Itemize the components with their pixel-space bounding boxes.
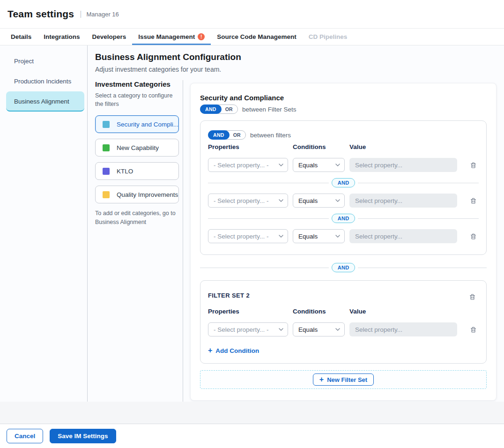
plus-icon: + xyxy=(319,376,324,383)
or-segment[interactable]: OR xyxy=(222,106,237,112)
chevron-down-icon xyxy=(279,328,283,331)
category-color-swatch xyxy=(103,191,110,198)
sidebar-item-production-incidents[interactable]: Production Incidents xyxy=(6,71,84,91)
tab-cd-pipelines: CD Pipelines xyxy=(303,29,354,45)
categories-footnote: To add or edit categories, go to Busines… xyxy=(95,209,176,227)
tab-integrations[interactable]: Integrations xyxy=(37,29,86,45)
and-joiner-pill: AND xyxy=(332,178,356,187)
cancel-button[interactable]: Cancel xyxy=(7,429,43,443)
tab-developers[interactable]: Developers xyxy=(86,29,133,45)
between-filter-sets-label: between Filter Sets xyxy=(242,106,296,113)
settings-sidenav: Project Production Incidents Business Al… xyxy=(0,45,88,402)
filter-set-2-title: FILTER SET 2 xyxy=(208,290,250,299)
category-ktlo[interactable]: KTLO xyxy=(95,162,179,180)
team-name: Manager 16 xyxy=(86,11,119,18)
and-joiner-pill: AND xyxy=(332,263,356,272)
sidebar-item-business-alignment[interactable]: Business Alignment xyxy=(6,91,84,112)
or-segment[interactable]: OR xyxy=(230,132,245,138)
investment-categories-panel: Investment Categories Select a category … xyxy=(95,80,183,402)
and-joiner-pill: AND xyxy=(332,214,356,223)
trash-icon xyxy=(469,293,476,300)
add-condition-button[interactable]: + Add Condition xyxy=(208,347,259,354)
column-header-conditions: Conditions xyxy=(293,143,345,150)
category-quality-improvements[interactable]: Quality Improvements xyxy=(95,186,179,203)
delete-filter-button[interactable] xyxy=(467,230,480,243)
category-label: KTLO xyxy=(117,168,133,175)
window-title: Team settings xyxy=(7,8,74,20)
new-filter-set-button[interactable]: + New Filter Set xyxy=(313,373,374,386)
tab-source-code-management[interactable]: Source Code Management xyxy=(211,29,303,45)
chevron-down-icon xyxy=(279,164,283,166)
column-header-value: Value xyxy=(349,308,457,315)
value-input[interactable] xyxy=(349,194,457,208)
delete-filter-button[interactable] xyxy=(467,158,480,172)
bottom-spacer-band xyxy=(0,402,504,424)
property-select[interactable]: - Select property... - xyxy=(208,158,288,172)
main-content: Business Alignment Configuration Adjust … xyxy=(88,45,504,402)
title-separator: | xyxy=(80,10,82,18)
column-header-value: Value xyxy=(349,143,457,150)
tab-bar: Details Integrations Developers Issue Ma… xyxy=(0,28,504,45)
and-segment[interactable]: AND xyxy=(208,130,230,140)
sidebar-item-project[interactable]: Project xyxy=(6,51,84,71)
tab-details[interactable]: Details xyxy=(5,29,37,45)
condition-select[interactable]: Equals xyxy=(293,194,345,208)
selected-category-title: Security and Compliance xyxy=(200,94,487,102)
between-filters-label: between filters xyxy=(250,132,291,139)
categories-title: Investment Categories xyxy=(95,80,178,88)
warning-icon: ! xyxy=(198,33,205,40)
save-im-settings-button[interactable]: Save IM Settings xyxy=(50,429,116,443)
condition-select[interactable]: Equals xyxy=(293,322,345,336)
property-select[interactable]: - Select property... - xyxy=(208,229,288,243)
chevron-down-icon xyxy=(335,235,340,238)
trash-icon xyxy=(470,326,477,333)
category-filters-panel: Security and Compliance AND OR between F… xyxy=(190,83,497,401)
category-color-swatch xyxy=(103,121,110,128)
chevron-down-icon xyxy=(279,199,283,202)
category-new-capability[interactable]: New Capability xyxy=(95,139,179,157)
plus-icon: + xyxy=(208,347,212,354)
and-segment[interactable]: AND xyxy=(200,105,222,114)
delete-filter-set-button[interactable] xyxy=(466,290,479,303)
row-joiner: AND xyxy=(208,214,479,223)
column-header-properties: Properties xyxy=(208,143,288,150)
delete-filter-button[interactable] xyxy=(467,323,480,336)
property-select[interactable]: - Select property... - xyxy=(208,194,288,208)
filter-set-joiner: AND xyxy=(200,263,487,272)
page-title: Business Alignment Configuration xyxy=(95,52,497,62)
category-color-swatch xyxy=(103,144,110,151)
filter-set-2: FILTER SET 2 Properties Conditions Value xyxy=(200,280,487,364)
value-input[interactable] xyxy=(349,322,457,336)
chevron-down-icon xyxy=(335,164,340,166)
category-label: Quality Improvements xyxy=(117,191,178,198)
category-label: New Capability xyxy=(117,144,159,151)
category-label: Security and Compli... xyxy=(117,121,178,128)
category-color-swatch xyxy=(103,168,110,175)
trash-icon xyxy=(470,233,477,240)
delete-filter-button[interactable] xyxy=(467,194,480,207)
action-footer: Cancel Save IM Settings xyxy=(0,424,504,448)
and-or-toggle-filter-sets[interactable]: AND OR xyxy=(200,105,238,114)
filter-set-1: AND OR between filters Properties Condit… xyxy=(200,120,487,255)
page-header: Team settings | Manager 16 xyxy=(0,0,504,28)
and-or-toggle-filters[interactable]: AND OR xyxy=(208,130,246,140)
category-security-and-compliance[interactable]: Security and Compli... xyxy=(95,115,179,133)
categories-helper: Select a category to configure the filte… xyxy=(95,91,174,108)
settings-body: Project Production Incidents Business Al… xyxy=(0,45,504,402)
team-settings-page: Team settings | Manager 16 Details Integ… xyxy=(0,0,504,448)
column-header-properties: Properties xyxy=(208,308,288,315)
filter-row: - Select property... - Equals xyxy=(208,322,479,336)
chevron-down-icon xyxy=(335,328,340,331)
property-select[interactable]: - Select property... - xyxy=(208,322,288,336)
value-input[interactable] xyxy=(349,229,457,243)
chevron-down-icon xyxy=(335,199,340,202)
trash-icon xyxy=(470,197,477,204)
new-filter-set-dropzone: + New Filter Set xyxy=(200,370,487,389)
condition-select[interactable]: Equals xyxy=(293,229,345,243)
trash-icon xyxy=(470,162,477,169)
condition-select[interactable]: Equals xyxy=(293,158,345,172)
filters-column: Security and Compliance AND OR between F… xyxy=(183,80,497,402)
value-input[interactable] xyxy=(349,158,457,172)
tab-issue-management[interactable]: Issue Management ! xyxy=(132,29,211,45)
chevron-down-icon xyxy=(279,235,283,238)
